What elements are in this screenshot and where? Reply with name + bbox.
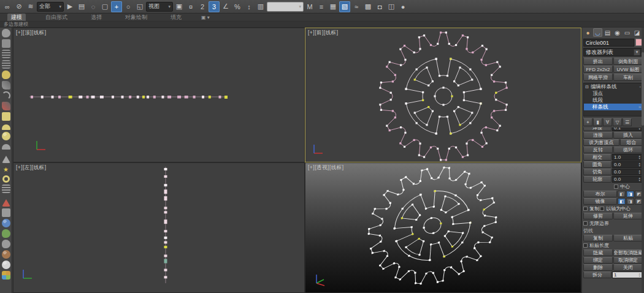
select-and-manipulate-icon[interactable]: ¤ <box>185 1 196 12</box>
saucer-icon[interactable] <box>2 144 10 150</box>
dropdown-selection-filter[interactable]: 全部▾ <box>37 2 64 12</box>
panel-scrollbar[interactable] <box>642 28 644 293</box>
rocket-icon[interactable] <box>2 195 10 207</box>
tab-modify-icon[interactable]: ◡ <box>593 28 602 37</box>
pin-stack-icon[interactable]: ⌖ <box>583 118 592 126</box>
graphite-ribbon-icon[interactable]: ▧ <box>339 1 350 12</box>
star-icon[interactable]: ★ <box>2 165 10 173</box>
wrench-icon[interactable] <box>2 81 10 89</box>
ribbon-tab-对象绘制[interactable]: 对象绘制 <box>121 13 151 21</box>
tab-hierarchy-icon[interactable]: ▤ <box>603 28 612 37</box>
button-绑定[interactable]: 绑定 <box>583 257 613 264</box>
configure-sets-icon[interactable]: ☰ <box>623 118 632 126</box>
布尔-option-icon-1[interactable]: ◨ <box>626 191 634 197</box>
stack-subobject-线段[interactable]: 线段 <box>584 97 642 104</box>
button-熔合[interactable]: 熔合 <box>620 139 643 146</box>
button-连接[interactable]: 连接 <box>583 132 613 139</box>
button-取消绑定[interactable]: 取消绑定 <box>613 257 643 264</box>
ribbon-more-icon[interactable]: ▣ ▾ <box>201 15 210 20</box>
viewport-front-label[interactable]: [+][前][线框] <box>308 29 339 37</box>
viewport-front[interactable]: [+][前][线框] <box>305 28 581 162</box>
spray-icon[interactable] <box>2 185 10 193</box>
checkbox-中心[interactable]: 中心 <box>614 183 630 190</box>
brown-sphere-icon[interactable] <box>2 250 10 259</box>
checkbox-以轴为中心[interactable]: 以轴为中心 <box>600 205 631 212</box>
list-icon[interactable] <box>2 50 10 58</box>
select-and-link-icon[interactable]: ∞ <box>2 1 13 12</box>
spinner-焊接[interactable]: 0.1▲▼ <box>612 127 643 131</box>
button-关闭[interactable]: 关闭 <box>613 264 643 271</box>
stack-subobject-样条线[interactable]: 样条线≈ <box>584 104 642 110</box>
modifier-button-车削[interactable]: 车削 <box>613 74 643 81</box>
ribbon-tab-自由形式[interactable]: 自由形式 <box>42 13 71 21</box>
modifier-list-dropdown[interactable]: 修改器列表 ▾ <box>583 48 643 56</box>
button-圆角[interactable]: 圆角 <box>583 161 611 168</box>
select-and-scale-icon[interactable]: ◱ <box>134 1 145 12</box>
button-全部取消隐藏[interactable]: 全部取消隐藏 <box>613 249 643 256</box>
grid-color-icon[interactable] <box>2 271 10 280</box>
gold-blob-icon[interactable] <box>2 70 10 79</box>
button-布尔[interactable]: 布尔 <box>583 191 617 197</box>
viewport-left-label[interactable]: [+][左][线框] <box>16 164 47 172</box>
viewport-perspective-label[interactable]: [+][透视][线框] <box>308 164 344 172</box>
button-隐藏[interactable]: 隐藏 <box>583 249 613 256</box>
crate-icon[interactable] <box>2 208 10 217</box>
select-by-name-icon[interactable]: ▤ <box>76 1 87 12</box>
snap-toggle-3d-icon[interactable]: 3 <box>209 1 220 12</box>
arc-icon[interactable] <box>2 91 10 100</box>
tab-display-icon[interactable]: ▭ <box>623 28 632 37</box>
stack-item-editspline[interactable]: ⊟编辑样条线◦ <box>584 83 642 90</box>
schematic-view-icon[interactable]: ▩ <box>362 1 374 12</box>
checkbox-无限边界[interactable]: 无限边界 <box>583 220 609 227</box>
ring-icon[interactable] <box>2 175 10 183</box>
viewport-top[interactable]: [+][顶][线框] <box>13 28 305 162</box>
button-反转[interactable]: 反转 <box>583 146 613 153</box>
rendered-frame-icon[interactable]: ◫ <box>386 1 397 12</box>
curve-editor-icon[interactable]: ≈ <box>351 1 362 12</box>
use-pivot-center-icon[interactable]: ▣ <box>174 1 185 12</box>
hand-tool-icon[interactable] <box>2 29 10 37</box>
button-轮廓[interactable]: 轮廓 <box>583 176 611 183</box>
spinner-轮廓[interactable]: 0.0▲▼ <box>612 176 643 183</box>
angle-snap-icon[interactable]: ∠ <box>220 1 231 12</box>
ribbon-tab-填充[interactable]: 填充 <box>167 13 185 21</box>
foliage-icon[interactable] <box>2 229 10 238</box>
hemisphere-icon[interactable] <box>2 124 10 130</box>
dropdown-coord-system[interactable]: 视图▾ <box>146 2 173 12</box>
show-end-result-icon[interactable]: ▮ <box>593 118 602 126</box>
selection-region-icon[interactable]: ◌ <box>88 1 99 12</box>
button-粘贴[interactable]: 粘贴 <box>613 235 643 242</box>
ribbon-tab-建模[interactable]: 建模 <box>7 13 26 21</box>
chevron-down-icon[interactable]: ▾ <box>299 4 301 9</box>
bind-to-spacewarp-icon[interactable]: ≋ <box>25 1 36 12</box>
chevron-down-icon[interactable]: ▾ <box>59 4 61 9</box>
tab-motion-icon[interactable]: ◉ <box>613 28 622 37</box>
window-crossing-icon[interactable]: ▢ <box>99 1 110 12</box>
render-setup-icon[interactable]: ◘ <box>374 1 385 12</box>
tab-create-icon[interactable]: ● <box>583 28 592 37</box>
viewport-perspective[interactable]: [+][透视][线框] <box>305 162 581 293</box>
select-object-icon[interactable]: ▶ <box>64 1 75 12</box>
镜像-option-icon-1[interactable]: ◨ <box>626 198 634 205</box>
modifier-button-挤出[interactable]: 挤出 <box>583 58 613 65</box>
button-复制[interactable]: 复制 <box>583 235 613 242</box>
render-production-icon[interactable]: ● <box>397 1 408 12</box>
chevron-down-icon[interactable]: ▾ <box>634 49 640 56</box>
button-修剪[interactable]: 修剪 <box>583 213 613 219</box>
select-and-move-icon[interactable]: + <box>111 1 122 12</box>
button-延伸[interactable]: 延伸 <box>613 213 643 219</box>
button-切角[interactable]: 切角 <box>583 169 611 175</box>
edit-named-selection-sets-icon[interactable]: ▥ <box>255 1 266 12</box>
red-tool-icon[interactable] <box>2 102 10 110</box>
ribbon-panel-strip[interactable]: 多边形建模 <box>0 21 644 28</box>
hand2-icon[interactable] <box>2 240 10 248</box>
button-循环[interactable]: 循环 <box>613 146 643 153</box>
spinner-相交[interactable]: 1.0▲▼ <box>612 154 643 161</box>
checkbox-复制[interactable]: 复制 <box>583 205 599 212</box>
spinner-切角[interactable]: 0.0▲▼ <box>612 169 643 175</box>
镜像-option-icon-0[interactable]: ◧ <box>618 198 626 205</box>
spinner-snap-icon[interactable]: ↕ <box>243 1 255 12</box>
chevron-down-icon[interactable]: ▾ <box>168 4 171 9</box>
percent-snap-icon[interactable]: % <box>232 1 243 12</box>
list2-icon[interactable] <box>2 60 10 69</box>
